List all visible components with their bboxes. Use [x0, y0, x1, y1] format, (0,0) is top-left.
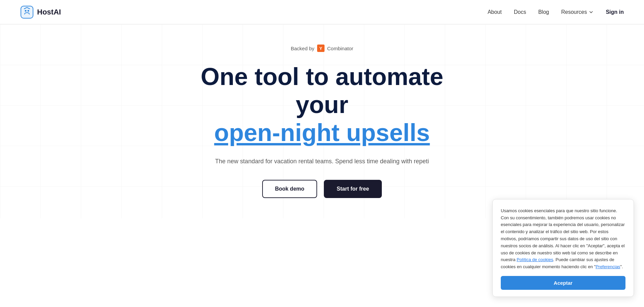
- cookie-policy-link[interactable]: Política de cookies: [517, 257, 553, 262]
- hero-title-highlight: open-night upsells: [214, 119, 430, 147]
- backed-by-text: Backed by: [291, 46, 314, 51]
- yc-badge: Y: [317, 45, 325, 52]
- cookie-preferences-link[interactable]: Preferencias: [595, 264, 620, 269]
- cookie-text-end: ".: [620, 264, 623, 269]
- title-line1: One tool to automate: [201, 63, 443, 90]
- svg-rect-0: [21, 6, 33, 18]
- logo-text: HostAI: [37, 8, 61, 17]
- svg-point-2: [28, 10, 29, 11]
- chevron-down-icon: [588, 9, 594, 15]
- nav-docs[interactable]: Docs: [514, 9, 526, 15]
- cookie-main-text: Usamos cookies esenciales para que nuest…: [501, 208, 625, 262]
- nav-links: About Docs Blog Resources Sign in: [488, 9, 624, 15]
- logo[interactable]: HostAI: [20, 5, 61, 19]
- cookie-banner: Usamos cookies esenciales para que nuest…: [492, 199, 634, 297]
- logo-icon: [20, 5, 34, 19]
- combinator-text: Combinator: [327, 46, 354, 51]
- hero-buttons: Book demo Start for free: [262, 180, 382, 198]
- nav-resources-label: Resources: [561, 9, 587, 15]
- nav-about[interactable]: About: [488, 9, 502, 15]
- title-line2: your: [296, 91, 348, 118]
- backed-by-badge: Backed by Y Combinator: [291, 45, 354, 52]
- sign-in-link[interactable]: Sign in: [606, 9, 624, 15]
- book-demo-button[interactable]: Book demo: [262, 180, 317, 198]
- hero-title-line1: One tool to automate your: [201, 63, 443, 119]
- cookie-text: Usamos cookies esenciales para que nuest…: [501, 207, 625, 271]
- nav-resources[interactable]: Resources: [561, 9, 593, 15]
- accept-cookies-button[interactable]: Aceptar: [501, 276, 625, 290]
- hero-section: Backed by Y Combinator One tool to autom…: [0, 24, 644, 218]
- hero-subtitle: The new standard for vacation rental tea…: [215, 157, 429, 166]
- start-free-button[interactable]: Start for free: [324, 180, 382, 198]
- navbar: HostAI About Docs Blog Resources Sign in: [0, 0, 644, 24]
- svg-point-1: [25, 10, 27, 11]
- nav-blog[interactable]: Blog: [538, 9, 549, 15]
